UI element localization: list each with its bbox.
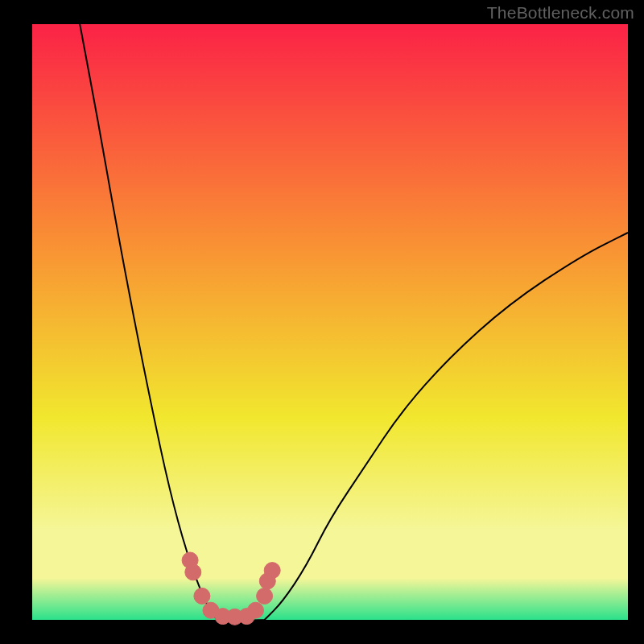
marker-dot — [185, 564, 201, 580]
marker-dot — [264, 563, 280, 579]
marker-dot — [257, 588, 273, 604]
gradient-panel — [32, 24, 628, 620]
chart-svg — [0, 0, 644, 644]
marker-dot — [248, 602, 264, 618]
marker-dot — [194, 588, 210, 604]
watermark-text: TheBottleneck.com — [487, 3, 634, 23]
chart-stage: TheBottleneck.com — [0, 0, 644, 644]
